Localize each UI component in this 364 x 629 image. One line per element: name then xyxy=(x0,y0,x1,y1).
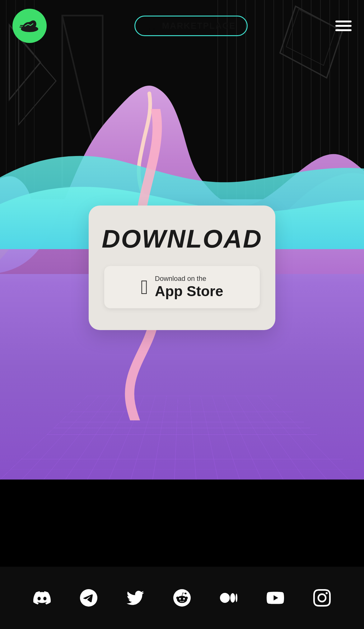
hamburger-line-1 xyxy=(335,21,352,22)
instagram-icon xyxy=(313,589,331,607)
sneaker-logo-icon xyxy=(19,15,40,37)
hamburger-line-3 xyxy=(335,29,352,31)
marketplace-pill[interactable]: MARKETPLACE xyxy=(134,16,248,36)
app-store-small-text: Download on the xyxy=(155,275,206,283)
app-store-big-text: App Store xyxy=(155,283,223,300)
footer xyxy=(0,567,364,629)
youtube-icon xyxy=(267,589,284,607)
app-store-text: Download on the App Store xyxy=(155,275,223,300)
youtube-icon-btn[interactable] xyxy=(264,587,286,609)
svg-rect-29 xyxy=(147,22,157,28)
header: MARKETPLACE xyxy=(0,0,364,52)
download-card: DOWNLOAD  Download on the App Store xyxy=(89,206,275,330)
logo-circle[interactable] xyxy=(12,9,47,43)
apple-icon:  xyxy=(141,277,148,297)
download-title: DOWNLOAD xyxy=(102,224,262,253)
reddit-icon xyxy=(173,589,191,607)
telegram-icon-btn[interactable] xyxy=(78,587,100,609)
twitter-icon xyxy=(127,589,144,607)
twitter-icon-btn[interactable] xyxy=(124,587,146,609)
svg-point-31 xyxy=(153,28,155,30)
telegram-icon xyxy=(80,589,97,607)
page-wrapper: MARKETPLACE DOWNLOAD  Download on the A… xyxy=(0,0,364,629)
discord-icon xyxy=(33,589,51,607)
app-store-button[interactable]:  Download on the App Store xyxy=(104,266,260,308)
medium-icon xyxy=(220,589,237,607)
discord-icon-btn[interactable] xyxy=(31,587,53,609)
hamburger-menu[interactable] xyxy=(335,21,352,31)
marketplace-label: MARKETPLACE xyxy=(162,21,236,31)
cart-icon xyxy=(147,21,158,30)
medium-icon-btn[interactable] xyxy=(218,587,240,609)
instagram-icon-btn[interactable] xyxy=(311,587,333,609)
hamburger-line-2 xyxy=(335,25,352,27)
svg-point-30 xyxy=(149,28,150,30)
reddit-icon-btn[interactable] xyxy=(171,587,193,609)
